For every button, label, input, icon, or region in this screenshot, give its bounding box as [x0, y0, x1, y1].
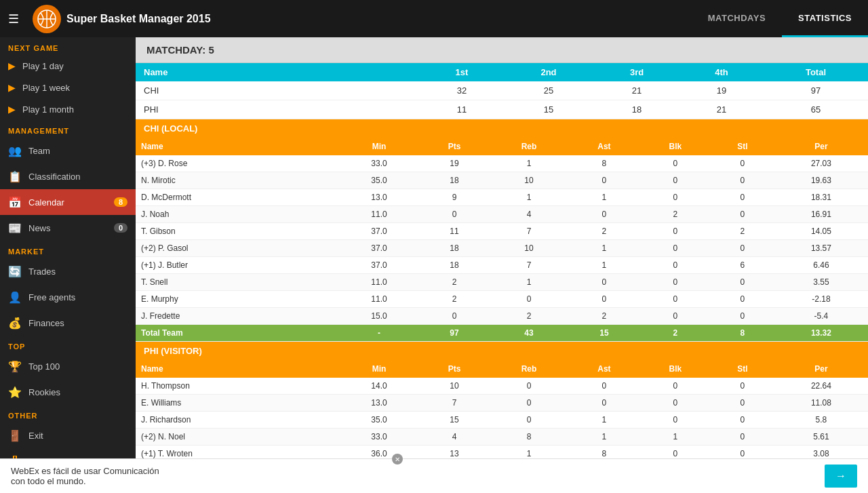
sidebar-item-news[interactable]: 📰 News 0 [0, 215, 136, 241]
player-blk: 0 [640, 378, 711, 395]
player-reb: 1 [490, 189, 568, 206]
player-reb: 4 [490, 206, 568, 223]
table-row: J. Fredette 15.0 0 2 2 0 0 -5.4 [136, 308, 868, 325]
sidebar-item-top100[interactable]: 🏆 Top 100 [0, 353, 136, 379]
play-1-week-label: Play 1 week [22, 83, 70, 93]
player-pts: 97 [419, 325, 490, 342]
player-per: 27.03 [774, 155, 868, 172]
webex-text: WebEx es fácil de usar Comunicacióncon t… [11, 466, 816, 486]
player-min: 35.0 [339, 412, 419, 429]
sidebar-item-rookies[interactable]: ⭐ Rookies [0, 379, 136, 405]
player-stl: 0 [711, 378, 774, 395]
chi-col-min: Min [339, 138, 419, 155]
player-per: 18.31 [774, 189, 868, 206]
sidebar-item-calendar[interactable]: 📅 Calendar 8 [0, 189, 136, 215]
player-ast: 0 [568, 274, 640, 291]
main-layout: NEXT GAME ▶ Play 1 day ▶ Play 1 week ▶ P… [0, 37, 868, 493]
nav-matchdays[interactable]: MATCHDAYS [692, 0, 782, 37]
player-blk: 0 [640, 412, 711, 429]
chi-col-ast: Ast [568, 138, 640, 155]
player-reb: 1 [490, 155, 568, 172]
exit-icon: 🚪 [8, 429, 22, 442]
sidebar-item-finances[interactable]: 💰 Finances [0, 310, 136, 336]
player-name: T. Gibson [136, 223, 339, 240]
sidebar-item-exit[interactable]: 🚪 Exit [0, 422, 136, 448]
phi-q3: 18 [594, 100, 679, 119]
webex-close-button[interactable]: ✕ [392, 454, 403, 465]
player-reb: 0 [490, 395, 568, 412]
col-name-header: Name [136, 63, 420, 81]
play-1-month[interactable]: ▶ Play 1 month [0, 98, 136, 120]
table-row: Total Team - 97 43 15 2 8 13.32 [136, 325, 868, 342]
play-1-day[interactable]: ▶ Play 1 day [0, 55, 136, 77]
player-pts: 10 [419, 378, 490, 395]
hamburger-button[interactable]: ☰ [0, 12, 27, 26]
sidebar-item-trades[interactable]: 🔄 Trades [0, 258, 136, 284]
player-per: 11.08 [774, 395, 868, 412]
chi-player-table: Name Min Pts Reb Ast Blk Stl Per (+3) D.… [136, 138, 868, 342]
player-min: 37.0 [339, 240, 419, 257]
player-per: 22.64 [774, 378, 868, 395]
content-area: MATCHDAY: 5 Name 1st 2nd 3rd 4th Total C… [136, 37, 868, 493]
phi-q2: 15 [503, 100, 594, 119]
player-pts: 7 [419, 395, 490, 412]
nav-statistics[interactable]: STATISTICS [782, 0, 868, 37]
chi-col-reb: Reb [490, 138, 568, 155]
chi-q4: 19 [679, 81, 764, 100]
player-ast: 1 [568, 189, 640, 206]
table-row: J. Noah 11.0 0 4 0 2 0 16.91 [136, 206, 868, 223]
chi-col-per: Per [774, 138, 868, 155]
player-reb: 0 [490, 378, 568, 395]
table-row: N. Mirotic 35.0 18 10 0 0 0 19.63 [136, 172, 868, 189]
app-logo [33, 5, 61, 33]
calendar-icon: 📅 [8, 195, 22, 209]
trades-icon: 🔄 [8, 264, 22, 278]
table-row: D. McDermott 13.0 9 1 1 0 0 18.31 [136, 189, 868, 206]
player-blk: 0 [640, 257, 711, 274]
player-stl: 0 [711, 206, 774, 223]
player-stl: 0 [711, 274, 774, 291]
player-ast: 1 [568, 240, 640, 257]
player-per: -5.4 [774, 308, 868, 325]
nav-tabs: MATCHDAYS STATISTICS [692, 0, 868, 37]
player-blk: 0 [640, 395, 711, 412]
player-ast: 2 [568, 308, 640, 325]
phi-q1: 11 [420, 100, 503, 119]
player-reb: 1 [490, 274, 568, 291]
play-1-month-label: Play 1 month [22, 104, 74, 115]
player-blk: 0 [640, 240, 711, 257]
sidebar-item-classification[interactable]: 📋 Classification [0, 163, 136, 189]
chi-q3: 21 [594, 81, 679, 100]
finances-label: Finances [28, 318, 127, 328]
player-stl: 2 [711, 223, 774, 240]
play-1-week[interactable]: ▶ Play 1 week [0, 77, 136, 98]
play-1-day-label: Play 1 day [22, 61, 64, 71]
player-pts: 0 [419, 206, 490, 223]
table-row: (+2) N. Noel 33.0 4 8 1 1 0 5.61 [136, 429, 868, 446]
score-table: Name 1st 2nd 3rd 4th Total CHI 32 25 21 … [136, 63, 868, 119]
webex-arrow-button[interactable]: → [825, 465, 857, 488]
player-reb: 7 [490, 257, 568, 274]
player-blk: 1 [640, 429, 711, 446]
chi-section-header: CHI (LOCAL) [136, 119, 868, 138]
table-row: (+3) D. Rose 33.0 19 1 8 0 0 27.03 [136, 155, 868, 172]
player-ast: 0 [568, 395, 640, 412]
player-per: 13.32 [774, 325, 868, 342]
chi-col-pts: Pts [419, 138, 490, 155]
matchday-header: MATCHDAY: 5 [136, 37, 868, 63]
sidebar-item-team[interactable]: 👥 Team [0, 138, 136, 163]
sidebar: NEXT GAME ▶ Play 1 day ▶ Play 1 week ▶ P… [0, 37, 136, 493]
player-blk: 0 [640, 172, 711, 189]
player-per: 5.61 [774, 429, 868, 446]
sidebar-item-free-agents[interactable]: 👤 Free agents [0, 284, 136, 310]
player-per: 3.55 [774, 274, 868, 291]
player-stl: 6 [711, 257, 774, 274]
player-blk: 0 [640, 274, 711, 291]
news-badge: 0 [114, 223, 127, 233]
player-pts: 15 [419, 412, 490, 429]
player-ast: 2 [568, 223, 640, 240]
player-min: 33.0 [339, 155, 419, 172]
player-per: 13.57 [774, 240, 868, 257]
next-game-label: NEXT GAME [0, 37, 136, 55]
player-reb: 8 [490, 429, 568, 446]
